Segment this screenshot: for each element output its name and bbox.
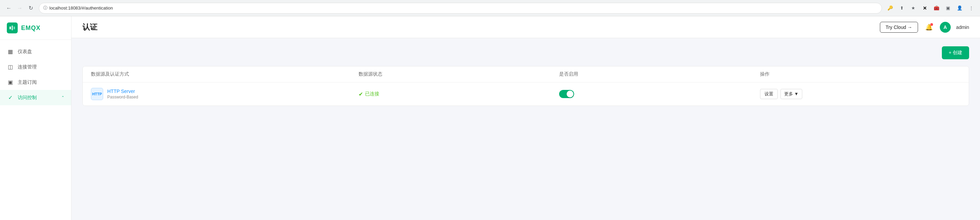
action-bar: + 创建 bbox=[83, 46, 969, 59]
main-header: 认证 Try Cloud → 🔔 A admin bbox=[72, 16, 980, 38]
nav-buttons: ← → ↻ bbox=[4, 3, 35, 13]
sidebar-item-topics-label: 主题订阅 bbox=[18, 79, 37, 86]
sidebar-item-dashboard[interactable]: ▦ 仪表盘 bbox=[0, 44, 71, 59]
sidebar-nav: ▦ 仪表盘 ◫ 连接管理 ▣ 主题订阅 ✓ 访问控制 ⌃ bbox=[0, 40, 71, 220]
toggle-cell bbox=[559, 90, 760, 98]
share-icon[interactable]: ⬆ bbox=[897, 3, 907, 13]
toggle-knob bbox=[566, 91, 573, 97]
notification-dot bbox=[930, 23, 933, 26]
sidebar-item-access-label: 访问控制 bbox=[18, 95, 37, 101]
topics-icon: ▣ bbox=[7, 79, 14, 86]
settings-button[interactable]: 设置 bbox=[760, 89, 778, 99]
col-header-actions: 操作 bbox=[760, 71, 961, 77]
col-header-enabled: 是否启用 bbox=[559, 71, 760, 77]
logo-text: EMQX bbox=[21, 24, 41, 32]
svg-rect-0 bbox=[10, 27, 11, 29]
enable-toggle[interactable] bbox=[559, 90, 574, 98]
connections-icon: ◫ bbox=[7, 64, 14, 70]
extension-icon[interactable]: 🧰 bbox=[932, 3, 941, 13]
back-button[interactable]: ← bbox=[4, 3, 14, 13]
try-cloud-button[interactable]: Try Cloud → bbox=[880, 22, 918, 33]
sidebar-item-topics[interactable]: ▣ 主题订阅 bbox=[0, 75, 71, 90]
lock-icon: ⓘ bbox=[43, 5, 47, 11]
sidebar-logo: EMQX bbox=[0, 16, 71, 40]
access-icon: ✓ bbox=[7, 94, 14, 101]
menu-icon[interactable]: ⋮ bbox=[966, 3, 976, 13]
content-area: + 创建 数据源及认证方式 数据源状态 是否启用 操作 HTTP bbox=[72, 38, 980, 220]
window-icon[interactable]: ▣ bbox=[943, 3, 953, 13]
key-icon[interactable]: 🔑 bbox=[885, 3, 895, 13]
sidebar-item-dashboard-label: 仪表盘 bbox=[18, 49, 32, 55]
svg-rect-1 bbox=[11, 26, 13, 30]
status-text: 已连接 bbox=[365, 91, 379, 97]
profile-icon[interactable]: 👤 bbox=[955, 3, 964, 13]
table-header: 数据源及认证方式 数据源状态 是否启用 操作 bbox=[83, 66, 969, 83]
app-layout: EMQX ▦ 仪表盘 ◫ 连接管理 ▣ 主题订阅 ✓ 访问控制 ⌃ bbox=[0, 16, 980, 220]
data-table: 数据源及认证方式 数据源状态 是否启用 操作 HTTP HTTP Server bbox=[83, 66, 969, 106]
user-avatar: A bbox=[940, 22, 951, 33]
table-row: HTTP HTTP Server Password-Based ✔ 已连接 bbox=[83, 83, 969, 105]
chevron-up-icon: ⌃ bbox=[61, 96, 64, 100]
url-text: localhost:18083/#/authentication bbox=[49, 5, 113, 11]
bookmark-icon[interactable]: ★ bbox=[908, 3, 918, 13]
forward-button[interactable]: → bbox=[15, 3, 24, 13]
dashboard-icon: ▦ bbox=[7, 48, 14, 55]
page-title: 认证 bbox=[83, 22, 97, 32]
more-button[interactable]: 更多 ▼ bbox=[780, 89, 802, 99]
sidebar-item-access[interactable]: ✓ 访问控制 ⌃ bbox=[0, 90, 71, 105]
sidebar-item-connections-label: 连接管理 bbox=[18, 64, 37, 70]
datasource-cell: HTTP HTTP Server Password-Based bbox=[91, 88, 359, 100]
action-cell: 设置 更多 ▼ bbox=[760, 89, 961, 99]
status-check-icon: ✔ bbox=[359, 91, 363, 97]
address-bar[interactable]: ⓘ localhost:18083/#/authentication bbox=[39, 3, 882, 14]
col-header-source: 数据源及认证方式 bbox=[91, 71, 359, 77]
create-button[interactable]: + 创建 bbox=[942, 46, 969, 59]
user-name: admin bbox=[956, 24, 969, 30]
sidebar: EMQX ▦ 仪表盘 ◫ 连接管理 ▣ 主题订阅 ✓ 访问控制 ⌃ bbox=[0, 16, 72, 220]
notification-button[interactable]: 🔔 bbox=[923, 22, 934, 33]
browser-actions: 🔑 ⬆ ★ ✕ 🧰 ▣ 👤 ⋮ bbox=[885, 3, 976, 13]
x-logo[interactable]: ✕ bbox=[920, 3, 930, 13]
emqx-logo-icon bbox=[7, 22, 18, 33]
main-content: 认证 Try Cloud → 🔔 A admin + 创建 数据源及认证方式 bbox=[72, 16, 980, 220]
datasource-type: Password-Based bbox=[107, 95, 138, 99]
browser-chrome: ← → ↻ ⓘ localhost:18083/#/authentication… bbox=[0, 0, 980, 16]
status-cell: ✔ 已连接 bbox=[359, 91, 559, 97]
datasource-info: HTTP Server Password-Based bbox=[107, 89, 138, 99]
datasource-name: HTTP Server bbox=[107, 89, 138, 94]
reload-button[interactable]: ↻ bbox=[26, 3, 35, 13]
svg-rect-2 bbox=[14, 27, 15, 29]
sidebar-item-connections[interactable]: ◫ 连接管理 bbox=[0, 59, 71, 75]
col-header-status: 数据源状态 bbox=[359, 71, 559, 77]
http-server-icon: HTTP bbox=[91, 88, 103, 100]
header-right: Try Cloud → 🔔 A admin bbox=[880, 22, 969, 33]
